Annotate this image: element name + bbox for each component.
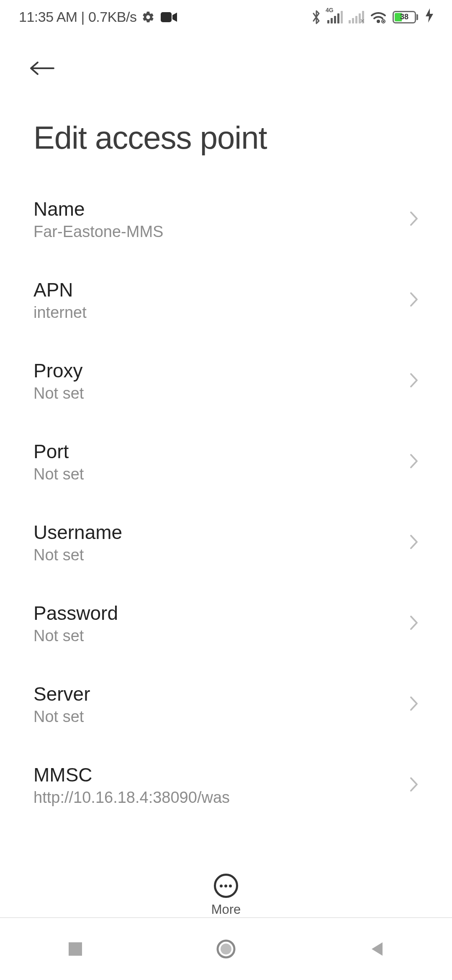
chevron-right-icon bbox=[409, 534, 419, 552]
signal-2: ✕ bbox=[349, 11, 364, 23]
row-password[interactable]: Password Not set bbox=[33, 581, 419, 662]
bluetooth-icon bbox=[311, 9, 321, 25]
more-icon bbox=[214, 874, 238, 898]
nav-recents-button[interactable] bbox=[33, 932, 117, 966]
row-value: Not set bbox=[33, 627, 118, 645]
svg-rect-4 bbox=[69, 942, 82, 956]
chevron-right-icon bbox=[409, 453, 419, 471]
row-label: Port bbox=[33, 440, 84, 463]
back-button[interactable] bbox=[28, 55, 55, 82]
circle-icon bbox=[216, 939, 236, 959]
chevron-right-icon bbox=[409, 372, 419, 390]
gear-icon bbox=[141, 10, 156, 25]
row-value: internet bbox=[33, 304, 87, 322]
svg-point-2 bbox=[377, 20, 380, 23]
row-value: Not set bbox=[33, 384, 84, 402]
video-camera-icon bbox=[160, 10, 178, 24]
arrow-left-icon bbox=[28, 60, 55, 77]
row-username[interactable]: Username Not set bbox=[33, 500, 419, 581]
battery-percent: 38 bbox=[394, 13, 415, 21]
chevron-right-icon bbox=[409, 211, 419, 228]
chevron-right-icon bbox=[409, 696, 419, 713]
row-label: Username bbox=[33, 521, 122, 544]
row-proxy[interactable]: Proxy Not set bbox=[33, 338, 419, 419]
navigation-bar bbox=[0, 917, 452, 980]
row-port[interactable]: Port Not set bbox=[33, 419, 419, 500]
signal-2-x-icon: ✕ bbox=[360, 18, 365, 24]
row-value: Not set bbox=[33, 546, 122, 564]
settings-list: Name Far-Eastone-MMS APN internet Proxy … bbox=[0, 177, 452, 825]
chevron-right-icon bbox=[409, 615, 419, 632]
row-value: Not set bbox=[33, 708, 90, 726]
square-icon bbox=[68, 941, 83, 957]
row-mms-proxy[interactable]: MMS proxy 10.16.18.77 bbox=[33, 823, 419, 825]
row-value: Far-Eastone-MMS bbox=[33, 223, 163, 241]
wifi-icon bbox=[370, 10, 387, 24]
more-label: More bbox=[211, 902, 241, 917]
nav-back-button[interactable] bbox=[335, 932, 419, 966]
chevron-right-icon bbox=[409, 776, 419, 794]
row-value: http://10.16.18.4:38090/was bbox=[33, 789, 230, 807]
triangle-left-icon bbox=[369, 941, 384, 957]
nav-home-button[interactable] bbox=[184, 932, 268, 966]
row-value: Not set bbox=[33, 465, 84, 483]
row-label: APN bbox=[33, 279, 87, 301]
row-apn[interactable]: APN internet bbox=[33, 258, 419, 338]
charging-bolt-icon bbox=[426, 8, 433, 26]
page-title: Edit access point bbox=[0, 82, 452, 177]
chevron-right-icon bbox=[409, 291, 419, 309]
row-server[interactable]: Server Not set bbox=[33, 662, 419, 743]
row-label: Proxy bbox=[33, 359, 84, 382]
signal-1: 4G bbox=[327, 11, 343, 23]
action-bar: More bbox=[0, 874, 452, 917]
more-button[interactable]: More bbox=[211, 874, 241, 917]
row-name[interactable]: Name Far-Eastone-MMS bbox=[33, 177, 419, 258]
row-label: MMSC bbox=[33, 763, 230, 786]
status-bar: 11:35 AM | 0.7KB/s 4G ✕ bbox=[0, 0, 452, 30]
battery-indicator: 38 bbox=[393, 11, 418, 23]
row-mmsc[interactable]: MMSC http://10.16.18.4:38090/was bbox=[33, 743, 419, 823]
status-time-net: 11:35 AM | 0.7KB/s bbox=[19, 9, 136, 25]
svg-point-6 bbox=[221, 944, 231, 954]
signal-1-tech: 4G bbox=[326, 7, 334, 13]
row-label: Password bbox=[33, 602, 118, 624]
row-label: Server bbox=[33, 683, 90, 705]
row-label: Name bbox=[33, 198, 163, 220]
svg-rect-1 bbox=[161, 12, 172, 22]
